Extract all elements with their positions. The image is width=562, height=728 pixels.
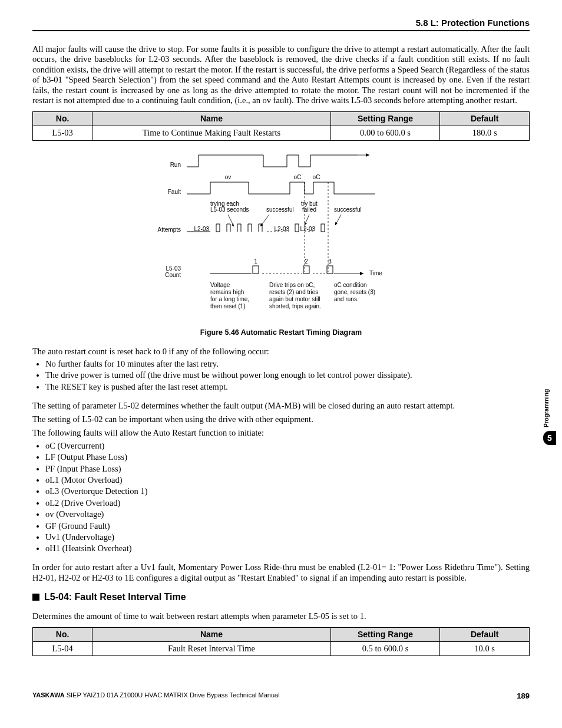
cap2-1: Drive trips on oC, [269, 282, 315, 288]
section-heading-text: L5-04: Fault Reset Interval Time [44, 592, 186, 602]
side-tab: Programming 5 [543, 389, 557, 445]
cap2-4: shorted, trips again. [269, 303, 321, 309]
reset-bullet-list: No further faults for 10 minutes after t… [32, 359, 530, 392]
attempts-label: Attempts [158, 226, 181, 233]
side-tab-number: 5 [543, 431, 556, 445]
l203-a: L2-03 [194, 226, 209, 232]
uv1-note: In order for auto restart after a Uv1 fa… [32, 562, 530, 583]
footer-left: YASKAWA SIEP YAIZ1D 01A Z1000U HVAC MATR… [32, 691, 280, 701]
svg-rect-14 [327, 266, 333, 274]
list-item: No further faults for 10 minutes after t… [45, 359, 530, 369]
reset-intro: The auto restart count is reset back to … [32, 347, 530, 357]
running-head: 5.8 L: Protection Functions [32, 18, 530, 31]
section2-body: Determines the amount of time to wait be… [32, 611, 530, 621]
svg-rect-13 [303, 266, 309, 274]
fault-bullet-list: oC (Overcurrent) LF (Output Phase Loss) … [32, 441, 530, 554]
cap3-1: oC condition [334, 282, 367, 288]
cap1-3: for a long time, [210, 296, 249, 302]
ov-label: ov [225, 174, 232, 180]
l203-b: L2-03 [274, 226, 289, 232]
run-label: Run [170, 162, 181, 168]
th-range: Setting Range [330, 628, 439, 642]
cap1-4: then reset (1) [210, 303, 245, 309]
faults-intro: The following faults will allow the Auto… [32, 428, 530, 438]
svg-rect-6 [216, 224, 220, 232]
count-label-1: L5-03 [166, 265, 181, 272]
table-row: L5-04 Fault Reset Interval Time 0.5 to 6… [33, 641, 530, 655]
parameter-table-l5-03: No. Name Setting Range Default L5-03 Tim… [32, 111, 530, 140]
section-heading-l5-04: L5-04: Fault Reset Interval Time [32, 591, 530, 602]
th-no: No. [33, 112, 92, 126]
fault-label: Fault [168, 189, 181, 195]
count-2: 2 [305, 258, 308, 265]
l502-line-1: The setting of parameter L5-02 determine… [32, 401, 530, 411]
cap2-2: resets (2) and tries [269, 289, 318, 295]
cap1-1: Voltage [210, 282, 230, 288]
th-name: Name [92, 628, 331, 642]
time-label: Time [369, 270, 382, 276]
list-item: oL2 (Drive Overload) [45, 498, 530, 508]
count-3: 3 [328, 258, 332, 265]
th-default: Default [440, 112, 530, 126]
timing-diagram: .lab { font-family: Arial, Helvetica, sa… [32, 147, 530, 324]
svg-rect-12 [253, 266, 259, 274]
intro-paragraph: All major faults will cause the drive to… [32, 44, 530, 106]
th-default: Default [440, 628, 530, 642]
trying-label-2: L5-03 seconds [210, 206, 249, 213]
cell-default: 10.0 s [440, 641, 530, 655]
table-row: L5-03 Time to Continue Making Fault Rest… [33, 126, 530, 140]
th-range: Setting Range [330, 112, 439, 126]
list-item: oL1 (Motor Overload) [45, 475, 530, 485]
side-tab-label: Programming [543, 389, 550, 427]
count-label-2: Count [165, 272, 181, 278]
list-item: Uv1 (Undervoltage) [45, 532, 530, 542]
list-item: The RESET key is pushed after the last r… [45, 382, 530, 392]
cap3-3: and runs. [334, 296, 359, 302]
th-name: Name [92, 112, 331, 126]
parameter-table-l5-04: No. Name Setting Range Default L5-04 Fau… [32, 627, 530, 656]
figure-caption: Figure 5.46 Automatic Restart Timing Dia… [32, 328, 530, 337]
square-bullet-icon [32, 594, 39, 601]
list-item: oL3 (Overtorque Detection 1) [45, 486, 530, 496]
cell-range: 0.5 to 600.0 s [330, 641, 439, 655]
svg-rect-7 [295, 224, 299, 232]
list-item: oH1 (Heatsink Overheat) [45, 543, 530, 554]
svg-rect-8 [321, 224, 325, 232]
cell-range: 0.00 to 600.0 s [330, 126, 439, 140]
list-item: LF (Output Phase Loss) [45, 452, 530, 462]
successful-label-2: successful [334, 206, 362, 213]
th-no: No. [33, 628, 92, 642]
oc-label-1: oC [294, 174, 302, 180]
cap2-3: again but motor still [269, 296, 320, 302]
cap1-2: remains high [210, 289, 244, 295]
cell-default: 180.0 s [440, 126, 530, 140]
oc-label-2: oC [313, 174, 320, 180]
cell-name: Fault Reset Interval Time [92, 641, 331, 655]
cell-name: Time to Continue Making Fault Restarts [92, 126, 331, 140]
list-item: oC (Overcurrent) [45, 441, 530, 451]
list-item: PF (Input Phase Loss) [45, 464, 530, 474]
count-1: 1 [254, 258, 257, 265]
l203-c: L2-03 [300, 226, 315, 232]
list-item: GF (Ground Fault) [45, 521, 530, 531]
cell-no: L5-03 [33, 126, 92, 140]
footer-page-number: 189 [517, 691, 530, 701]
page-footer: YASKAWA SIEP YAIZ1D 01A Z1000U HVAC MATR… [32, 691, 530, 701]
l502-line-2: The setting of L5-02 can be important wh… [32, 414, 530, 424]
list-item: ov (Overvoltage) [45, 509, 530, 519]
cell-no: L5-04 [33, 641, 92, 655]
cap3-2: gone, resets (3) [334, 289, 375, 295]
list-item: The drive power is turned off (the drive… [45, 370, 530, 380]
successful-label-1: successful [266, 206, 294, 213]
